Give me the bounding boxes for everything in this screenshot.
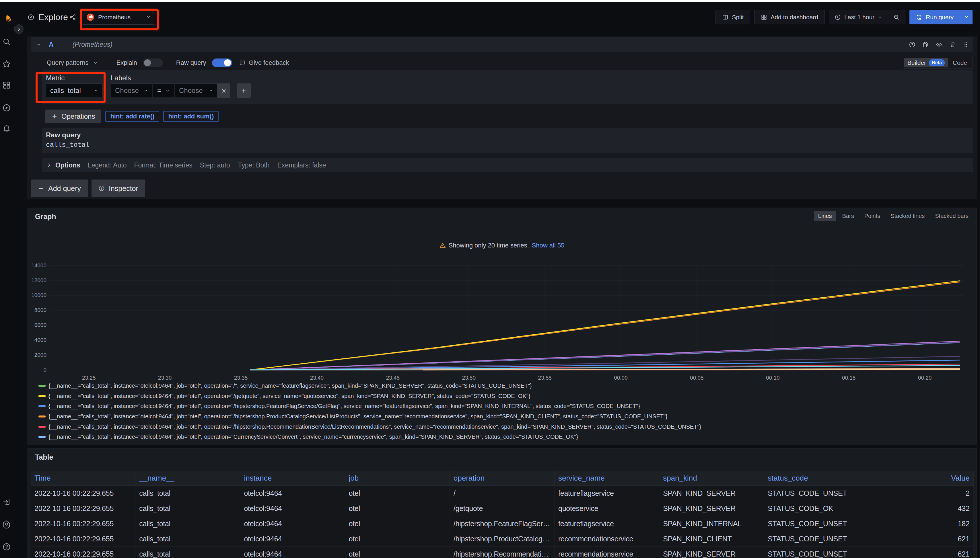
sidebar-expand-button[interactable] — [14, 25, 23, 34]
legend-item[interactable]: {__name__="calls_total", instance="otelc… — [38, 401, 975, 412]
builder-mode-button[interactable]: Builder Beta — [904, 58, 948, 67]
chevron-down-icon — [165, 88, 170, 93]
graph-mode-button[interactable]: Points — [860, 211, 885, 222]
y-axis-tick: 12000 — [31, 277, 46, 284]
graph-canvas[interactable] — [49, 266, 963, 370]
sign-in-icon[interactable] — [2, 497, 11, 506]
table-header-cell[interactable]: Time — [31, 471, 135, 486]
legend-item[interactable]: {__name__="calls_total", instance="otelc… — [38, 391, 975, 401]
table-header-cell[interactable]: service_name — [554, 471, 659, 486]
eye-icon[interactable] — [936, 41, 942, 48]
table-header-cell[interactable]: Value — [869, 471, 974, 486]
clock-icon — [835, 14, 841, 20]
legend-item[interactable]: {__name__="calls_total", instance="otelc… — [38, 432, 975, 442]
search-icon[interactable] — [2, 38, 11, 46]
code-mode-button[interactable]: Code — [948, 59, 972, 66]
legend-item[interactable]: {__name__="calls_total", instance="otelc… — [38, 422, 975, 432]
metric-select[interactable]: calls_total — [46, 84, 103, 98]
table-cell: SPAN_KIND_SERVER — [659, 486, 764, 501]
label-operator-select[interactable]: = — [153, 84, 174, 98]
table-cell: otel — [345, 501, 450, 516]
label-value-select[interactable]: Choose — [175, 84, 217, 98]
table-header-cell[interactable]: __name__ — [135, 471, 240, 486]
zoom-out-button[interactable] — [888, 10, 905, 24]
drag-handle-icon[interactable] — [963, 41, 969, 48]
table-header-cell[interactable]: status_code — [764, 471, 869, 486]
graph-panel-title: Graph — [35, 212, 56, 221]
share-icon[interactable] — [69, 14, 76, 20]
table-header-cell[interactable]: job — [345, 471, 450, 486]
table-header-cell[interactable]: span_kind — [659, 471, 764, 486]
graph-mode-button[interactable]: Lines — [814, 211, 836, 222]
explore-pane: A (Prometheus) Que — [18, 33, 980, 558]
table-row: 2022-10-16 00:22:29.655calls_totalotelco… — [31, 501, 974, 516]
table-cell: otel — [345, 531, 450, 547]
show-all-link[interactable]: Show all 55 — [532, 242, 565, 249]
table-cell: STATUS_CODE_UNSET — [764, 531, 869, 547]
results-table: Time__name__instancejoboperationservice_… — [31, 471, 974, 558]
add-label-filter-button[interactable] — [237, 84, 251, 98]
legend-color-dash — [38, 436, 46, 438]
table-cell: /hipstershop.FeatureFlagService/GetFlag — [450, 516, 554, 531]
apps-icon[interactable] — [2, 81, 11, 89]
time-range-label: Last 1 hour — [844, 14, 875, 21]
graph-mode-button[interactable]: Bars — [838, 211, 858, 222]
table-cell: 182 — [869, 516, 974, 531]
add-query-button[interactable]: Add query — [31, 179, 88, 197]
bell-icon[interactable] — [2, 124, 11, 133]
split-button[interactable]: Split — [715, 10, 750, 25]
run-query-button[interactable]: Run query — [909, 10, 973, 25]
table-row: 2022-10-16 00:22:29.655calls_totalotelco… — [31, 547, 974, 558]
chevron-down-icon — [93, 61, 97, 65]
raw-query-toggle[interactable] — [212, 59, 232, 67]
grafana-logo-icon[interactable] — [2, 14, 12, 24]
hint-add-sum-button[interactable]: hint: add sum() — [163, 111, 219, 122]
hint-add-rate-button[interactable]: hint: add rate() — [105, 111, 159, 122]
explain-toggle[interactable] — [143, 59, 163, 67]
options-bar[interactable]: Options Legend: Auto Format: Time series… — [42, 158, 973, 172]
beta-badge: Beta — [929, 59, 945, 66]
trash-icon[interactable] — [949, 41, 956, 48]
table-header-cell[interactable]: operation — [450, 471, 554, 486]
query-row-header[interactable]: A (Prometheus) — [31, 37, 973, 52]
graph-panel: Graph LinesBarsPointsStacked linesStacke… — [27, 208, 977, 445]
legend-item[interactable]: {__name__="calls_total", instance="otelc… — [38, 442, 975, 445]
option-legend: Legend: Auto — [88, 161, 127, 169]
x-axis-tick: 23:30 — [158, 375, 172, 381]
table-cell: SPAN_KIND_SERVER — [659, 547, 764, 558]
chevron-down-icon — [143, 88, 148, 93]
give-feedback-link[interactable]: Give feedback — [249, 59, 289, 67]
help-circle-icon[interactable] — [909, 41, 916, 48]
inspector-button[interactable]: Inspector — [92, 179, 145, 197]
sidebar — [0, 2, 18, 558]
legend-color-dash — [38, 415, 46, 417]
legend-item[interactable]: {__name__="calls_total", instance="otelc… — [38, 381, 975, 391]
operations-label: Operations — [61, 112, 95, 120]
copy-icon[interactable] — [922, 41, 929, 48]
legend-item[interactable]: {__name__="calls_total", instance="otelc… — [38, 412, 975, 422]
table-cell: otel — [345, 486, 450, 501]
operations-button[interactable]: Operations — [45, 110, 101, 123]
graph-mode-button[interactable]: Stacked lines — [886, 211, 929, 222]
table-cell: 2022-10-16 00:22:29.655 — [31, 486, 135, 501]
label-key-select[interactable]: Choose — [111, 84, 152, 98]
datasource-picker[interactable]: Prometheus — [82, 10, 155, 25]
star-icon[interactable] — [2, 60, 11, 68]
remove-label-filter-button[interactable] — [217, 84, 230, 98]
time-range-button[interactable]: Last 1 hour — [829, 10, 888, 24]
y-axis-tick: 14000 — [31, 263, 46, 269]
gear-icon[interactable] — [2, 520, 11, 528]
compass-icon[interactable] — [2, 103, 11, 112]
chevron-down-icon — [146, 15, 151, 19]
y-axis-tick: 10000 — [31, 292, 46, 299]
query-patterns-button[interactable]: Query patterns — [47, 59, 89, 67]
table-header-cell[interactable]: instance — [240, 471, 345, 486]
run-query-caret-button[interactable] — [960, 10, 973, 25]
page-title: Explore — [38, 12, 68, 22]
graph-legend: {__name__="calls_total", instance="otelc… — [38, 381, 975, 445]
zoom-out-icon — [893, 14, 899, 20]
add-to-dashboard-button[interactable]: Add to dashboard — [754, 10, 825, 25]
x-axis-tick: 00:20 — [918, 375, 932, 381]
help-icon[interactable] — [2, 543, 11, 551]
graph-mode-button[interactable]: Stacked bars — [931, 211, 973, 222]
